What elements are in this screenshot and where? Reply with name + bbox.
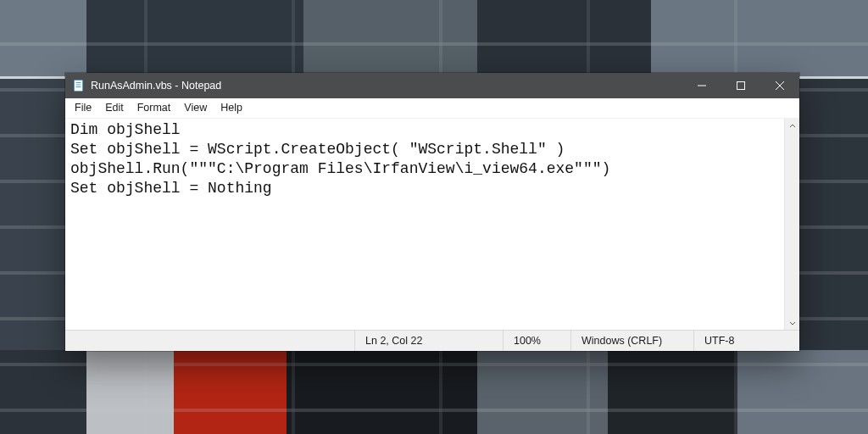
scroll-up-icon[interactable] — [785, 119, 799, 133]
menu-view[interactable]: View — [177, 100, 214, 115]
window-title: RunAsAdmin.vbs - Notepad — [91, 80, 221, 92]
menubar: File Edit Format View Help — [65, 98, 799, 118]
svg-rect-5 — [737, 82, 745, 90]
menu-help[interactable]: Help — [214, 100, 249, 115]
menu-file[interactable]: File — [68, 100, 98, 115]
titlebar[interactable]: RunAsAdmin.vbs - Notepad — [65, 73, 799, 98]
vertical-scrollbar[interactable] — [784, 119, 799, 330]
text-editor[interactable]: Dim objShell Set objShell = WScript.Crea… — [65, 119, 784, 330]
statusbar: Ln 2, Col 22 100% Windows (CRLF) UTF-8 — [65, 330, 799, 351]
scroll-down-icon[interactable] — [785, 315, 799, 330]
status-spacer — [65, 331, 354, 351]
minimize-button[interactable] — [682, 73, 721, 98]
status-zoom: 100% — [503, 331, 570, 351]
maximize-button[interactable] — [721, 73, 760, 98]
notepad-icon — [72, 79, 86, 92]
editor-area: Dim objShell Set objShell = WScript.Crea… — [65, 118, 799, 330]
status-encoding: UTF-8 — [693, 331, 799, 351]
window-controls — [682, 73, 799, 98]
menu-edit[interactable]: Edit — [98, 100, 131, 115]
close-button[interactable] — [760, 73, 799, 98]
desktop-background: RunAsAdmin.vbs - Notepad File Edit Forma… — [0, 0, 868, 434]
notepad-window: RunAsAdmin.vbs - Notepad File Edit Forma… — [65, 73, 799, 351]
status-line-ending: Windows (CRLF) — [570, 331, 693, 351]
status-cursor-position: Ln 2, Col 22 — [354, 331, 503, 351]
menu-format[interactable]: Format — [131, 100, 178, 115]
svg-rect-0 — [75, 81, 83, 92]
